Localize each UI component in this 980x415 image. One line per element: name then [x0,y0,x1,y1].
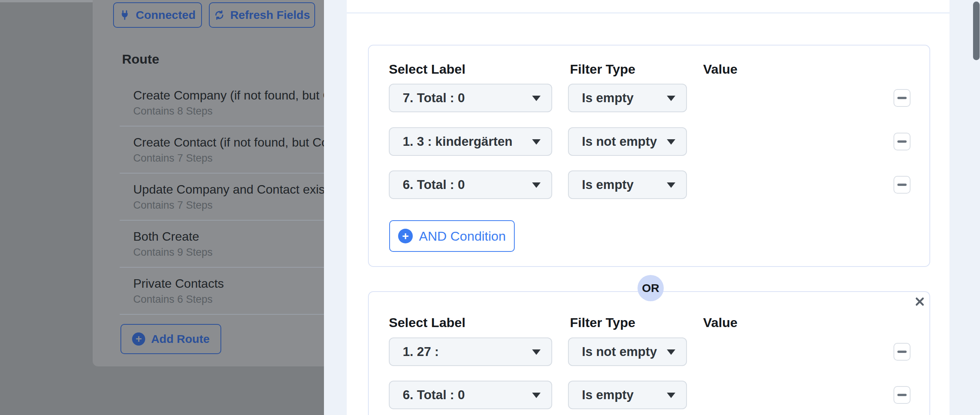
chevron-down-icon [667,182,675,188]
filter-type-header: Filter Type [570,314,635,331]
remove-group-button[interactable] [912,294,927,309]
route-subtitle: Contains 7 Steps [133,152,324,165]
filter-type-select-value: Is empty [582,91,634,105]
select-label-header: Select Label [389,61,465,77]
route-heading: Route [122,52,159,67]
and-condition-button-label: AND Condition [419,229,506,244]
route-subtitle: Contains 7 Steps [133,199,324,212]
filter-type-header: Filter Type [570,61,635,77]
minus-icon [897,140,907,143]
filter-type-select[interactable]: Is empty [568,381,687,409]
add-route-button-label: Add Route [151,332,210,346]
chevron-down-icon [667,96,675,101]
route-list-item[interactable]: Private Contacts Contains 6 Steps [120,268,324,315]
label-select-value: 6. Total : 0 [403,388,465,402]
filter-type-select-value: Is empty [582,388,634,402]
filter-type-select-value: Is empty [582,177,634,192]
route-panel: Connected Refresh Fields Route Create Co… [93,0,340,366]
chevron-down-icon [532,96,541,101]
remove-condition-button[interactable] [894,343,910,361]
route-subtitle: Contains 8 Steps [133,105,324,118]
chevron-down-icon [667,393,675,398]
chevron-down-icon [532,393,541,398]
chevron-down-icon [667,349,675,355]
route-subtitle: Contains 6 Steps [133,293,324,306]
condition-group-2: Select Label Filter Type Value 1. 27 : I… [368,291,930,415]
label-select[interactable]: 6. Total : 0 [389,170,552,199]
add-route-button[interactable]: + Add Route [120,324,221,354]
add-and-condition-button[interactable]: + AND Condition [389,220,515,252]
route-title: Update Company and Contact exists [133,182,324,197]
refresh-fields-button-label: Refresh Fields [230,8,310,22]
filter-builder-screen: Connected Refresh Fields Route Create Co… [0,0,980,415]
chevron-down-icon [532,182,541,188]
filter-type-select-value: Is not empty [582,134,657,149]
route-title: Private Contacts [133,276,324,291]
dimmed-overlay: Connected Refresh Fields Route Create Co… [0,0,324,415]
filter-type-select[interactable]: Is empty [568,170,687,199]
route-title: Both Create [133,229,324,244]
minus-icon [897,351,907,353]
plus-icon: + [132,332,145,346]
route-title: Create Contact (if not found, but Comp [133,135,324,150]
route-list-item[interactable]: Create Contact (if not found, but Comp C… [120,127,324,174]
minus-icon [897,184,907,186]
route-subtitle: Contains 9 Steps [133,246,324,259]
label-select-value: 6. Total : 0 [403,177,465,192]
label-select[interactable]: 6. Total : 0 [389,381,552,409]
filter-type-select-value: Is not empty [582,344,657,359]
close-icon [914,296,926,307]
filter-type-select[interactable]: Is not empty [568,337,687,366]
filter-type-select[interactable]: Is not empty [568,127,687,156]
or-connector-badge: OR [638,275,664,301]
plug-icon [119,10,130,20]
minus-icon [897,394,907,396]
modal-scrollbar-thumb[interactable] [973,2,980,60]
label-select[interactable]: 1. 3 : kindergärten [389,127,552,156]
filter-type-select[interactable]: Is empty [568,84,687,112]
route-list-item[interactable]: Create Company (if not found, but Con Co… [120,79,324,127]
label-select-value: 1. 27 : [403,344,439,359]
chevron-down-icon [532,139,541,145]
route-title: Create Company (if not found, but Con [133,88,324,103]
route-list-item[interactable]: Update Company and Contact exists Contai… [120,174,324,221]
connected-button-label: Connected [136,8,195,22]
minus-icon [897,97,907,99]
route-list: Create Company (if not found, but Con Co… [120,79,324,315]
chevron-down-icon [667,139,675,145]
condition-group-1: Select Label Filter Type Value 7. Total … [368,45,930,267]
remove-condition-button[interactable] [894,133,910,150]
remove-condition-button[interactable] [894,89,910,107]
label-select[interactable]: 7. Total : 0 [389,84,552,112]
label-select-value: 7. Total : 0 [403,91,465,105]
route-list-item[interactable]: Both Create Contains 9 Steps [120,221,324,268]
label-select[interactable]: 1. 27 : [389,337,552,366]
value-header: Value [703,61,738,77]
chevron-down-icon [532,349,541,355]
refresh-icon [214,10,225,20]
connected-button[interactable]: Connected [113,2,202,28]
remove-condition-button[interactable] [894,386,910,404]
value-header: Value [703,314,738,331]
plus-icon: + [398,229,413,243]
remove-condition-button[interactable] [894,176,910,194]
modal-header-divider [347,12,949,13]
select-label-header: Select Label [389,314,465,331]
label-select-value: 1. 3 : kindergärten [403,134,512,149]
refresh-fields-button[interactable]: Refresh Fields [209,2,315,28]
